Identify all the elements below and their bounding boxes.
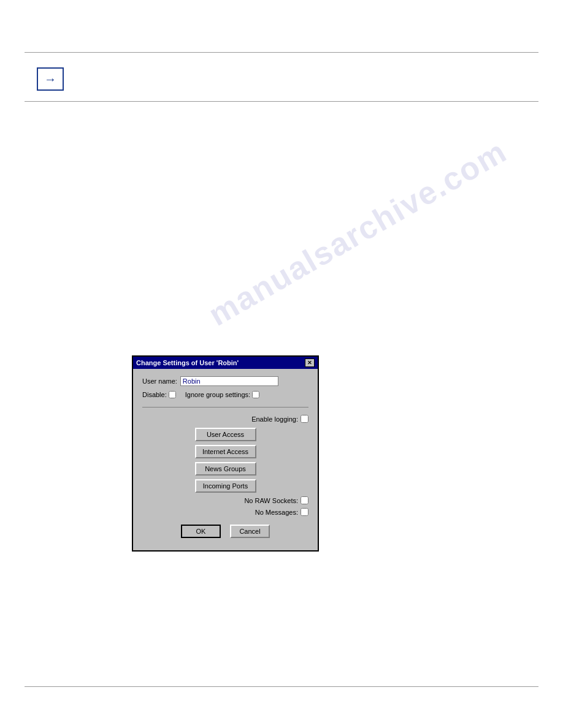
no-raw-sockets-checkbox[interactable] [301,496,308,504]
arrow-icon: → [44,72,56,86]
incoming-ports-button[interactable]: Incoming Ports [195,479,256,493]
enable-logging-checkbox[interactable] [301,415,308,423]
username-input[interactable] [180,376,278,386]
ok-button[interactable]: OK [181,525,221,538]
enable-logging-row: Enable logging: [142,415,308,423]
dialog-content: User name: Disable: Ignore group setting… [133,369,318,550]
news-groups-button[interactable]: News Groups [195,462,256,476]
arrow-box: → [37,67,64,91]
bottom-divider [25,686,538,687]
username-row: User name: [142,376,308,386]
no-messages-label: No Messages: [255,509,298,516]
watermark: manualsarchive.com [202,132,513,333]
no-raw-sockets-row: No RAW Sockets: [142,496,308,504]
top-divider [25,52,538,53]
user-access-button[interactable]: User Access [195,428,256,441]
no-messages-row: No Messages: [142,508,308,516]
cancel-button[interactable]: Cancel [230,525,270,538]
dialog-wrapper: Change Settings of User 'Robin' ✕ User n… [132,355,319,552]
dialog-close-button[interactable]: ✕ [305,358,315,367]
second-divider [25,101,538,102]
dialog-title: Change Settings of User 'Robin' [136,359,239,366]
ignore-group-checkbox[interactable] [252,391,259,398]
no-raw-sockets-label: No RAW Sockets: [244,497,298,504]
dialog-footer: OK Cancel [142,525,308,544]
username-label: User name: [142,377,177,385]
options-row: Disable: Ignore group settings: [142,391,308,398]
dialog-inner-separator [142,407,308,408]
disable-label: Disable: [142,391,176,398]
internet-access-button[interactable]: Internet Access [195,445,256,458]
dialog-titlebar: Change Settings of User 'Robin' ✕ [133,357,318,369]
change-settings-dialog: Change Settings of User 'Robin' ✕ User n… [132,355,319,552]
disable-checkbox[interactable] [169,391,176,398]
no-messages-checkbox[interactable] [301,508,308,516]
enable-logging-label: Enable logging: [251,415,298,423]
ignore-group-label: Ignore group settings: [185,391,259,398]
